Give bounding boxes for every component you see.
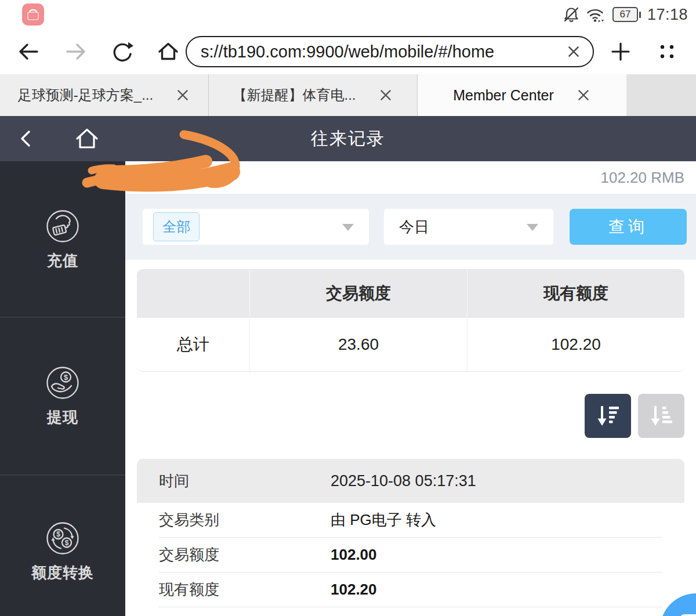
tab-switcher-icon[interactable] [655,40,679,63]
clear-url-icon[interactable] [566,44,581,59]
tab-strip-filler [626,74,696,116]
nav-back-icon[interactable] [15,127,38,150]
header-cell-transaction-amount: 交易额度 [249,269,467,318]
balance-amount: 102.20 RMB [600,169,684,187]
back-icon[interactable] [17,40,41,63]
close-tab-icon[interactable] [175,88,190,103]
total-transaction-amount: 23.60 [249,318,467,371]
appgallery-bag-icon [22,3,44,26]
home-icon[interactable] [157,40,180,63]
record-row-value: 由 PG电子 转入 [331,510,436,530]
record-row-balance: 现有额度 102.20 [159,572,662,607]
clock: 17:18 [647,6,688,24]
record-row-label: 交易类别 [159,510,331,530]
sidebar-item-label: 提现 [47,407,78,427]
record-row-label: 交易额度 [159,545,331,565]
category-dropdown[interactable]: 全部 [143,209,369,245]
new-tab-icon[interactable] [609,40,632,63]
sort-ascending-icon [647,402,675,430]
tab-member-center[interactable]: Member Center [418,74,626,116]
svg-text:$: $ [56,530,60,538]
tab-strip: 足球预测-足球方案_... 【新提醒】体育电... Member Center [0,74,696,116]
tab-football-prediction[interactable]: 足球预测-足球方案_... [0,74,209,116]
main-content: 102.20 RMB 全部 今日 查询 交易额度 现有额度 总计 23.60 1 [125,161,696,616]
sidebar-item-label: 充值 [47,251,78,271]
huawei-appgallery-icon[interactable] [22,3,44,26]
page-title: 往来记录 [0,116,696,161]
record-card: 时间 2025-10-08 05:17:31 交易类别 由 PG电子 转入 交易… [137,459,684,607]
sidebar-item-recharge[interactable]: 充值 [0,209,125,271]
category-chip: 全部 [153,212,200,241]
battery-indicator: 67 [612,7,638,22]
withdraw-icon: $ [45,365,80,400]
svg-text:$: $ [65,539,69,547]
tab-label: Member Center [453,87,554,104]
refresh-icon[interactable] [110,40,133,63]
period-value: 今日 [399,217,429,237]
close-tab-icon[interactable] [576,88,591,103]
battery-nub [639,12,641,18]
browser-toolbar: s://tb190.com:9900/web/mobile/#/home [0,29,696,74]
nav-home-icon[interactable] [74,125,100,152]
status-bar: 67 17:18 [0,0,696,29]
sidebar-item-quota-convert[interactable]: $ $ 额度转换 [0,521,125,583]
wifi-icon [586,6,606,23]
record-header: 时间 2025-10-08 05:17:31 [137,459,684,503]
url-bar[interactable]: s://tb190.com:9900/web/mobile/#/home [186,36,594,67]
tab-sports-notice[interactable]: 【新提醒】体育电... [209,74,418,116]
forward-icon[interactable] [64,40,87,63]
record-row-value: 102.20 [331,581,377,599]
record-row-value: 102.00 [331,546,377,564]
query-button[interactable]: 查询 [570,209,687,245]
header-cell-current-balance: 现有额度 [467,269,684,318]
svg-text:$: $ [64,373,68,382]
summary-table-header: 交易额度 现有额度 [137,269,684,318]
sidebar-item-label: 额度转换 [31,563,94,583]
sidebar: 充值 $ 提现 $ $ [0,161,125,616]
record-time-label: 时间 [159,471,331,491]
tab-label: 【新提醒】体育电... [233,86,356,104]
header-cell-empty [137,269,249,318]
page-navbar: 往来记录 [0,116,696,161]
sort-descending-icon [594,402,622,430]
recharge-icon [45,209,80,244]
record-row-category: 交易类别 由 PG电子 转入 [159,503,662,538]
close-tab-icon[interactable] [378,88,393,103]
url-text: s://tb190.com:9900/web/mobile/#/home [201,42,566,61]
sidebar-divider [0,474,125,476]
sort-controls [137,394,684,438]
total-label: 总计 [137,318,249,371]
sidebar-divider [0,317,125,318]
table-row-total: 总计 23.60 102.20 [137,318,684,371]
chevron-down-icon [527,224,538,231]
sidebar-item-withdraw[interactable]: $ 提现 [0,365,125,427]
record-row-label: 现有额度 [159,579,331,600]
battery-percent: 67 [619,9,630,20]
filter-bar: 全部 今日 查询 [125,194,696,260]
mute-icon [563,6,580,23]
summary-table: 交易额度 现有额度 总计 23.60 102.20 [137,269,684,372]
tab-label: 足球预测-足球方案_... [18,86,153,104]
record-row-amount: 交易额度 102.00 [159,538,662,572]
quota-convert-icon: $ $ [45,521,80,556]
sort-ascending-button[interactable] [638,394,684,438]
record-time-value: 2025-10-08 05:17:31 [331,472,476,490]
edit-note-icon [675,606,696,616]
total-current-balance: 102.20 [467,318,684,371]
period-dropdown[interactable]: 今日 [384,209,553,245]
sort-descending-button[interactable] [585,394,631,438]
balance-bar: 102.20 RMB [125,161,696,194]
screen: 67 17:18 s://tb190.com:9900/web/mobile/#… [0,0,696,616]
chevron-down-icon [342,224,354,231]
